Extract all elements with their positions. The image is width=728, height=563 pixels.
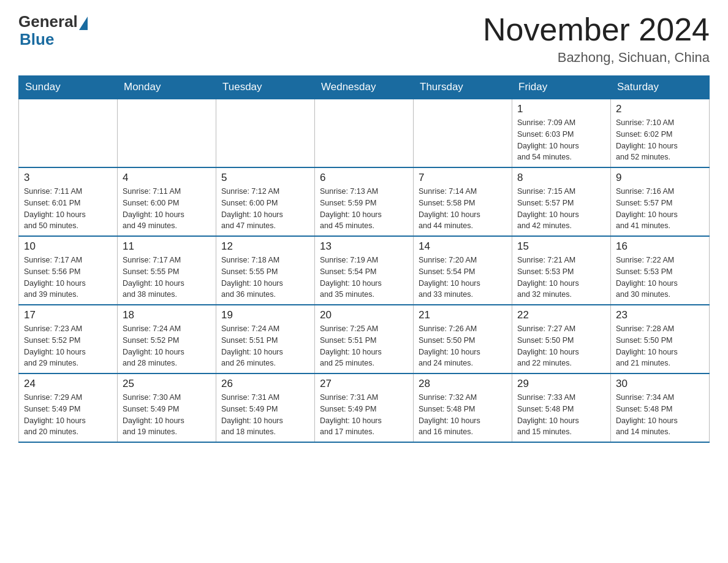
day-info: Sunrise: 7:11 AM Sunset: 6:01 PM Dayligh…	[24, 186, 112, 232]
day-number: 12	[221, 240, 309, 253]
day-info: Sunrise: 7:12 AM Sunset: 6:00 PM Dayligh…	[221, 186, 309, 232]
day-number: 17	[24, 309, 112, 321]
day-number: 24	[24, 378, 112, 390]
day-info: Sunrise: 7:31 AM Sunset: 5:49 PM Dayligh…	[221, 392, 309, 438]
day-number: 5	[221, 172, 309, 184]
calendar-cell: 1Sunrise: 7:09 AM Sunset: 6:03 PM Daylig…	[512, 99, 611, 167]
calendar-cell: 3Sunrise: 7:11 AM Sunset: 6:01 PM Daylig…	[19, 167, 118, 236]
calendar-cell: 4Sunrise: 7:11 AM Sunset: 6:00 PM Daylig…	[118, 167, 216, 236]
day-info: Sunrise: 7:32 AM Sunset: 5:48 PM Dayligh…	[419, 392, 507, 438]
calendar-cell: 24Sunrise: 7:29 AM Sunset: 5:49 PM Dayli…	[19, 373, 118, 442]
day-number: 23	[616, 309, 704, 321]
day-info: Sunrise: 7:28 AM Sunset: 5:50 PM Dayligh…	[616, 323, 704, 369]
day-info: Sunrise: 7:19 AM Sunset: 5:54 PM Dayligh…	[320, 255, 408, 301]
calendar-week-row: 17Sunrise: 7:23 AM Sunset: 5:52 PM Dayli…	[19, 305, 710, 373]
day-number: 9	[616, 172, 704, 184]
page-subtitle: Bazhong, Sichuan, China	[483, 50, 710, 66]
calendar-week-row: 24Sunrise: 7:29 AM Sunset: 5:49 PM Dayli…	[19, 373, 710, 442]
day-info: Sunrise: 7:11 AM Sunset: 6:00 PM Dayligh…	[123, 186, 211, 232]
page-header: General Blue November 2024 Bazhong, Sich…	[18, 12, 710, 66]
day-number: 19	[221, 309, 309, 321]
day-number: 3	[24, 172, 112, 184]
day-number: 6	[320, 172, 408, 184]
calendar-cell: 30Sunrise: 7:34 AM Sunset: 5:48 PM Dayli…	[611, 373, 710, 442]
calendar-cell: 17Sunrise: 7:23 AM Sunset: 5:52 PM Dayli…	[19, 305, 118, 373]
calendar-cell: 7Sunrise: 7:14 AM Sunset: 5:58 PM Daylig…	[414, 167, 512, 236]
calendar-cell: 22Sunrise: 7:27 AM Sunset: 5:50 PM Dayli…	[512, 305, 611, 373]
day-info: Sunrise: 7:29 AM Sunset: 5:49 PM Dayligh…	[24, 392, 112, 438]
calendar-cell: 8Sunrise: 7:15 AM Sunset: 5:57 PM Daylig…	[512, 167, 611, 236]
calendar-cell	[118, 99, 216, 167]
day-info: Sunrise: 7:13 AM Sunset: 5:59 PM Dayligh…	[320, 186, 408, 232]
calendar-header-row: SundayMondayTuesdayWednesdayThursdayFrid…	[19, 76, 710, 99]
logo-blue-text: Blue	[18, 30, 54, 49]
day-number: 2	[616, 103, 704, 115]
weekday-header-sunday: Sunday	[19, 76, 118, 99]
calendar-cell: 5Sunrise: 7:12 AM Sunset: 6:00 PM Daylig…	[216, 167, 315, 236]
day-info: Sunrise: 7:18 AM Sunset: 5:55 PM Dayligh…	[221, 255, 309, 301]
weekday-header-saturday: Saturday	[611, 76, 710, 99]
day-info: Sunrise: 7:26 AM Sunset: 5:50 PM Dayligh…	[419, 323, 507, 369]
calendar-cell: 6Sunrise: 7:13 AM Sunset: 5:59 PM Daylig…	[315, 167, 414, 236]
calendar-cell	[414, 99, 512, 167]
logo-triangle-icon	[79, 17, 88, 30]
day-info: Sunrise: 7:14 AM Sunset: 5:58 PM Dayligh…	[419, 186, 507, 232]
calendar-cell: 23Sunrise: 7:28 AM Sunset: 5:50 PM Dayli…	[611, 305, 710, 373]
day-number: 20	[320, 309, 408, 321]
day-info: Sunrise: 7:25 AM Sunset: 5:51 PM Dayligh…	[320, 323, 408, 369]
calendar-cell: 26Sunrise: 7:31 AM Sunset: 5:49 PM Dayli…	[216, 373, 315, 442]
weekday-header-friday: Friday	[512, 76, 611, 99]
day-info: Sunrise: 7:21 AM Sunset: 5:53 PM Dayligh…	[517, 255, 605, 301]
calendar-cell: 14Sunrise: 7:20 AM Sunset: 5:54 PM Dayli…	[414, 236, 512, 305]
day-info: Sunrise: 7:24 AM Sunset: 5:51 PM Dayligh…	[221, 323, 309, 369]
day-info: Sunrise: 7:24 AM Sunset: 5:52 PM Dayligh…	[123, 323, 211, 369]
day-info: Sunrise: 7:09 AM Sunset: 6:03 PM Dayligh…	[517, 117, 605, 163]
calendar-cell: 16Sunrise: 7:22 AM Sunset: 5:53 PM Dayli…	[611, 236, 710, 305]
day-number: 30	[616, 378, 704, 390]
day-info: Sunrise: 7:20 AM Sunset: 5:54 PM Dayligh…	[419, 255, 507, 301]
day-number: 18	[123, 309, 211, 321]
day-info: Sunrise: 7:22 AM Sunset: 5:53 PM Dayligh…	[616, 255, 704, 301]
day-info: Sunrise: 7:30 AM Sunset: 5:49 PM Dayligh…	[123, 392, 211, 438]
calendar-week-row: 1Sunrise: 7:09 AM Sunset: 6:03 PM Daylig…	[19, 99, 710, 167]
calendar-cell: 27Sunrise: 7:31 AM Sunset: 5:49 PM Dayli…	[315, 373, 414, 442]
calendar-cell	[315, 99, 414, 167]
calendar-cell: 9Sunrise: 7:16 AM Sunset: 5:57 PM Daylig…	[611, 167, 710, 236]
calendar-cell: 28Sunrise: 7:32 AM Sunset: 5:48 PM Dayli…	[414, 373, 512, 442]
weekday-header-tuesday: Tuesday	[216, 76, 315, 99]
calendar-cell: 15Sunrise: 7:21 AM Sunset: 5:53 PM Dayli…	[512, 236, 611, 305]
weekday-header-monday: Monday	[118, 76, 216, 99]
day-number: 28	[419, 378, 507, 390]
day-info: Sunrise: 7:31 AM Sunset: 5:49 PM Dayligh…	[320, 392, 408, 438]
day-number: 21	[419, 309, 507, 321]
logo-general-text: General	[18, 12, 78, 31]
day-info: Sunrise: 7:10 AM Sunset: 6:02 PM Dayligh…	[616, 117, 704, 163]
day-number: 11	[123, 240, 211, 253]
day-info: Sunrise: 7:16 AM Sunset: 5:57 PM Dayligh…	[616, 186, 704, 232]
day-number: 7	[419, 172, 507, 184]
day-info: Sunrise: 7:34 AM Sunset: 5:48 PM Dayligh…	[616, 392, 704, 438]
day-info: Sunrise: 7:23 AM Sunset: 5:52 PM Dayligh…	[24, 323, 112, 369]
calendar-cell	[19, 99, 118, 167]
weekday-header-wednesday: Wednesday	[315, 76, 414, 99]
calendar-cell: 20Sunrise: 7:25 AM Sunset: 5:51 PM Dayli…	[315, 305, 414, 373]
calendar-cell: 10Sunrise: 7:17 AM Sunset: 5:56 PM Dayli…	[19, 236, 118, 305]
day-number: 29	[517, 378, 605, 390]
weekday-header-thursday: Thursday	[414, 76, 512, 99]
page-title: November 2024	[483, 12, 710, 47]
calendar-cell: 25Sunrise: 7:30 AM Sunset: 5:49 PM Dayli…	[118, 373, 216, 442]
calendar-table: SundayMondayTuesdayWednesdayThursdayFrid…	[18, 75, 710, 443]
day-number: 25	[123, 378, 211, 390]
day-number: 13	[320, 240, 408, 253]
day-number: 15	[517, 240, 605, 253]
calendar-week-row: 10Sunrise: 7:17 AM Sunset: 5:56 PM Dayli…	[19, 236, 710, 305]
logo: General Blue	[18, 12, 88, 49]
day-number: 26	[221, 378, 309, 390]
day-number: 8	[517, 172, 605, 184]
day-number: 10	[24, 240, 112, 253]
day-info: Sunrise: 7:27 AM Sunset: 5:50 PM Dayligh…	[517, 323, 605, 369]
title-section: November 2024 Bazhong, Sichuan, China	[483, 12, 710, 66]
day-number: 4	[123, 172, 211, 184]
calendar-cell	[216, 99, 315, 167]
day-number: 14	[419, 240, 507, 253]
